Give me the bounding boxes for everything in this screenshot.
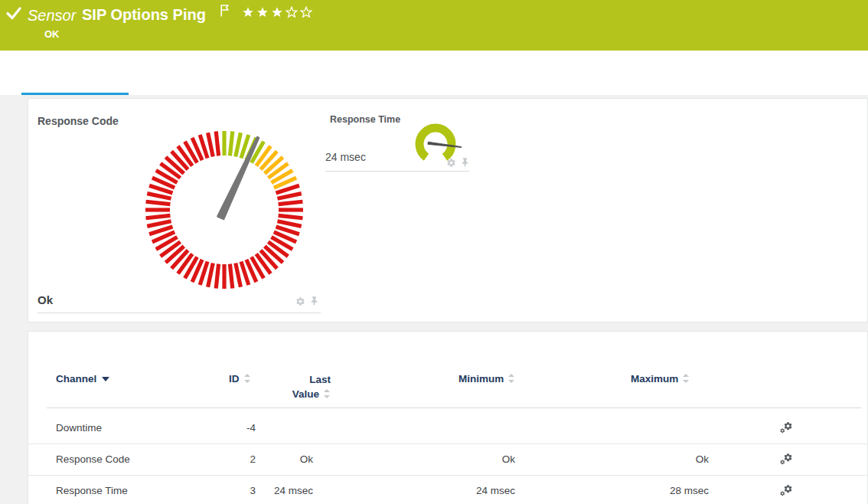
sensor-title: SIP Options Ping <box>82 6 206 24</box>
table-header-divider <box>47 407 861 408</box>
channel-settings-gears-icon[interactable] <box>777 412 795 443</box>
channel-id: 2 <box>250 443 256 475</box>
channel-table-card: Channel ID Last Value Minimum Maximum Do… <box>28 331 868 504</box>
object-type-label: Sensor <box>28 7 76 25</box>
channel-maximum: 28 msec <box>670 475 709 504</box>
panel-divider <box>325 171 469 172</box>
table-row[interactable]: Response Time 3 24 msec 24 msec 28 msec <box>28 475 868 504</box>
gauge-value: Ok <box>38 293 53 306</box>
star-icon <box>271 6 283 18</box>
active-tab-underline <box>21 93 129 95</box>
channel-minimum: 24 msec <box>476 475 515 504</box>
response-code-gauge <box>144 129 305 290</box>
column-header-channel[interactable]: Channel <box>56 373 109 385</box>
star-icon <box>242 6 254 18</box>
star-icon <box>300 6 312 18</box>
panel-title: Response Code <box>38 115 119 127</box>
sensor-status-text: OK <box>44 28 60 40</box>
channel-id: 3 <box>250 475 256 504</box>
sort-icon <box>508 374 515 383</box>
sort-icon <box>244 374 251 383</box>
table-row[interactable]: Downtime -4 <box>28 412 868 444</box>
priority-stars[interactable] <box>242 6 312 18</box>
column-header-last-value[interactable]: Last Value <box>262 373 331 401</box>
channel-last-value: Ok <box>300 443 313 475</box>
sort-icon <box>324 389 331 398</box>
sensor-header: Sensor SIP Options Ping OK <box>0 0 868 51</box>
sort-active-icon <box>102 377 109 381</box>
pin-icon[interactable] <box>461 157 469 171</box>
panel-divider <box>38 313 321 313</box>
table-row[interactable]: Response Code 2 Ok Ok Ok <box>28 443 868 476</box>
flag-icon <box>220 4 230 21</box>
channel-settings-gears-icon[interactable] <box>777 443 795 475</box>
status-ok-check-icon <box>6 6 21 24</box>
column-header-minimum[interactable]: Minimum <box>458 373 515 385</box>
star-icon <box>286 6 298 18</box>
gauges-card: Response Code Ok Response Time <box>28 98 868 322</box>
column-header-id[interactable]: ID <box>229 373 251 385</box>
tab-bar: Overview Live Data 2 days 30 days 365 da… <box>0 51 868 95</box>
column-header-maximum[interactable]: Maximum <box>631 373 690 385</box>
channel-minimum: Ok <box>502 443 515 475</box>
panel-title: Response Time <box>330 114 400 125</box>
channel-settings-gears-icon[interactable] <box>777 475 795 504</box>
gauge-settings-gear-icon[interactable] <box>446 157 456 171</box>
channel-last-value: 24 msec <box>274 475 313 504</box>
sort-icon <box>683 374 690 383</box>
star-icon <box>256 6 269 18</box>
gauge-value: 24 msec <box>325 151 366 163</box>
gauge-settings-gear-icon[interactable] <box>295 296 305 309</box>
channel-maximum: Ok <box>696 443 709 475</box>
channel-name[interactable]: Response Time <box>56 475 128 504</box>
channel-name[interactable]: Downtime <box>56 412 102 443</box>
channel-name[interactable]: Response Code <box>56 443 130 475</box>
pin-icon[interactable] <box>310 296 318 309</box>
prtg-sensor-page: Sensor SIP Options Ping OK Overview <box>0 0 868 504</box>
channel-id: -4 <box>246 412 256 443</box>
